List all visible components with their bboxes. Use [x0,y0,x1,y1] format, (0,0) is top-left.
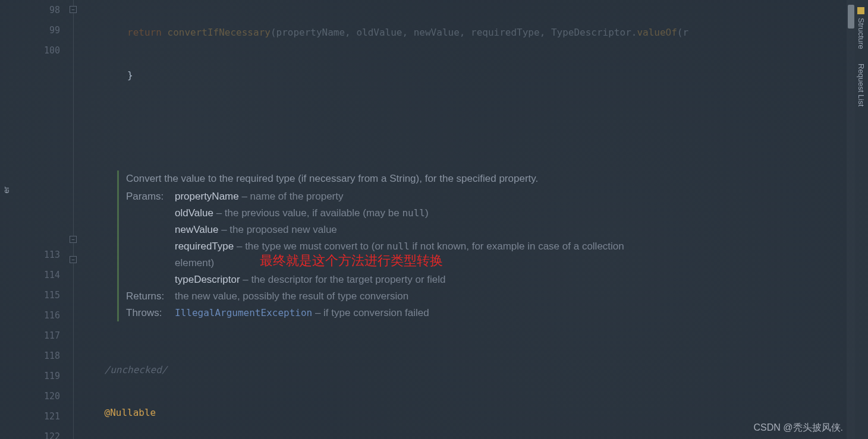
structure-icon [857,7,864,14]
line-number: 98 [12,0,60,20]
javadoc-description: Convert the value to the required type (… [126,170,664,187]
line-number: 120 [12,386,60,406]
javadoc-throws-label: Throws: [126,305,175,321]
line-number: 115 [12,285,60,305]
tab-request-list[interactable]: Request List [855,56,867,113]
line-number: 113 [12,245,60,265]
fold-toggle-icon[interactable]: − [70,6,77,13]
line-number: 122 [12,427,60,439]
javadoc-params-label: Params: [126,188,175,288]
closing-brace: } [105,70,133,81]
line-number: 114 [12,265,60,285]
line-number: 99 [12,20,60,40]
line-number: 118 [12,346,60,366]
tab-structure[interactable]: Structure [855,0,867,56]
line-number: 100 [12,40,60,61]
right-tool-tabs: Structure Request List [855,0,868,439]
fold-toggle-icon[interactable]: − [70,236,77,243]
line-number: 119 [12,366,60,386]
line-number-gutter: 98 99 100 113 114 115 116 117 118 119 12… [12,0,68,439]
scrollbar-thumb[interactable] [848,5,854,29]
suppressed-warning: /unchecked/ [105,364,168,375]
vertical-scrollbar[interactable] [847,0,855,439]
left-panel-tab[interactable]: er [0,184,12,196]
watermark: CSDN @秃头披风侠. [754,422,843,434]
nullable-annotation: @Nullable [105,407,156,418]
exception-link[interactable]: IllegalArgumentException [175,307,312,318]
code-content[interactable]: return convertIfNecessary(propertyName, … [81,0,868,439]
javadoc-documentation: Convert the value to the required type (… [117,170,664,321]
editor: 98 99 100 113 114 115 116 117 118 119 12… [0,0,868,439]
javadoc-returns-label: Returns: [126,288,175,305]
user-annotation: 最终就是这个方法进行类型转换 [260,252,443,270]
fold-toggle-icon[interactable]: − [70,256,77,263]
line-number: 116 [12,305,60,326]
fold-column[interactable]: − − − [68,0,81,439]
line-number: 121 [12,406,60,427]
line-number: 117 [12,326,60,346]
